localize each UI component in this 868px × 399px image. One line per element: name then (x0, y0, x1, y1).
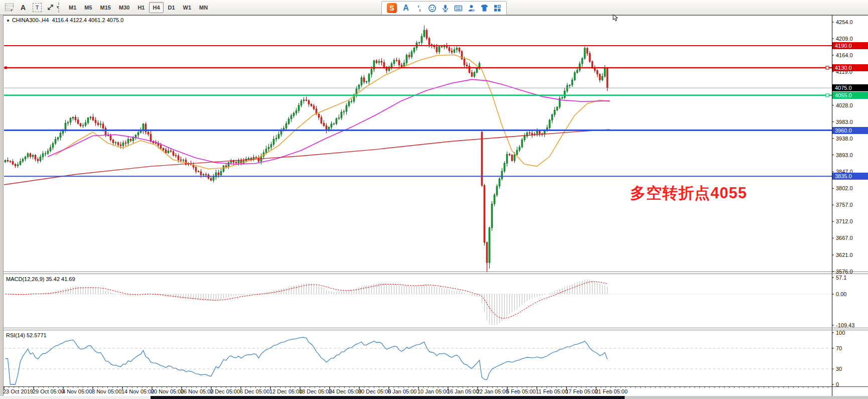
time-tick-label: 23 Oct 2019 (3, 388, 33, 394)
hline-handle[interactable] (826, 94, 829, 97)
rsi-panel (4, 337, 832, 384)
time-tick-label: 17 Feb 05:00 (565, 388, 598, 394)
chart-text-annotation[interactable]: 多空转折点4055 (630, 183, 747, 204)
time-tick-label: 30 Dec 05:00 (358, 388, 391, 394)
price-tag-4190.0[interactable]: 4190.0 (832, 42, 868, 49)
account-icon[interactable] (467, 4, 476, 13)
punctuation-icon[interactable]: ’, (414, 4, 423, 13)
emoji-icon[interactable] (427, 4, 437, 13)
price-tick-label: 4164.0 (836, 52, 853, 58)
taskbar-sliver-right (625, 396, 868, 399)
time-tick-label: 16 Jan 05:00 (447, 388, 479, 394)
chart-ohlc-readout: 4116.4 4122.4 4061.2 4075.0 (52, 17, 123, 23)
timeframe-button-mn[interactable]: MN (196, 2, 211, 13)
text-select-icon[interactable]: T (31, 2, 44, 13)
timeframe-button-h4[interactable]: H4 (149, 2, 163, 13)
macd-panel (4, 279, 832, 325)
candlestick-series (5, 26, 608, 272)
time-tick-label: 29 Oct 05:00 (33, 388, 64, 394)
ma-mid-magenta[interactable] (48, 79, 610, 164)
macd-indicator-label[interactable]: MACD(12,26,9) 35.42 41.69 (6, 276, 75, 282)
time-tick-label: 18 Dec 05:00 (299, 388, 332, 394)
sogou-logo-icon: S (387, 3, 397, 13)
skin-icon[interactable] (480, 4, 489, 13)
timeframe-button-h1[interactable]: H1 (134, 2, 148, 13)
template-f-icon[interactable]: F (3, 2, 16, 13)
time-tick-label: 6 Dec 05:00 (240, 388, 269, 394)
price-tick-label: 3667.0 (836, 235, 853, 241)
price-tag-4075.0[interactable]: 4075.0 (832, 84, 868, 91)
trading-app-window: { "toolbar": { "left_icons": [ {"name": … (0, 0, 868, 399)
time-tick-label: 24 Dec 05:00 (329, 388, 361, 394)
timeframe-button-w1[interactable]: W1 (180, 2, 195, 13)
hline-handle[interactable] (826, 66, 829, 69)
rsi-axis-label: 70 (836, 345, 842, 351)
timeframe-button-d1[interactable]: D1 (165, 2, 179, 13)
price-tick-label: 3893.0 (836, 152, 853, 158)
ma-fast-orange[interactable] (55, 55, 610, 169)
time-tick-label: 10 Jan 05:00 (417, 388, 450, 394)
price-tag-3960.0[interactable]: 3960.0 (832, 127, 868, 134)
price-tag-4055.0[interactable]: 4055.0 (832, 92, 868, 99)
chart-symbol-period: CHINA300-,H4 (12, 17, 49, 23)
taskbar-sliver-left (0, 396, 151, 399)
background-window-edge (0, 15, 4, 396)
time-tick-label: 20 Nov 05:00 (151, 388, 184, 394)
chevron-down-icon[interactable]: ▼ (6, 19, 10, 23)
rsi-axis-label: 100 (836, 330, 845, 336)
time-tick-label: 4 Nov 05:00 (62, 388, 92, 394)
time-tick-label: 22 Jan 05:00 (477, 388, 509, 394)
price-tick-label: 3621.0 (836, 252, 853, 258)
price-tick-label: 4209.0 (836, 36, 853, 42)
timeframe-button-m5[interactable]: M5 (81, 2, 95, 13)
text-label-icon[interactable]: A (17, 2, 30, 13)
time-tick-label: 5 Feb 05:00 (506, 388, 536, 394)
template-f-icon: F (5, 4, 14, 11)
toolbar-drag-handle[interactable] (58, 3, 63, 13)
taskbar-sliver-dark (151, 396, 625, 399)
text-select-icon: T (33, 3, 42, 12)
time-tick-label: 26 Nov 05:00 (181, 388, 213, 394)
timeframe-button-m1[interactable]: M1 (65, 2, 80, 13)
timeframe-button-group: M1M5M15M30H1H4D1W1MN (65, 2, 212, 13)
time-tick-label: 12 Dec 05:00 (269, 388, 302, 394)
price-tick-label: 3712.0 (836, 218, 853, 224)
timeframe-button-m15[interactable]: M15 (97, 2, 114, 13)
rsi-axis-label: 30 (836, 366, 842, 372)
mouse-cursor (613, 14, 619, 22)
chart-title[interactable]: ▼CHINA300-,H4 4116.4 4122.4 4061.2 4075.… (6, 17, 123, 23)
time-tick-label: 21 Feb 05:00 (595, 388, 628, 394)
microphone-icon[interactable] (441, 4, 450, 13)
time-tick-label: 2 Dec 05:00 (210, 388, 240, 394)
price-tick-label: 3983.0 (836, 119, 853, 125)
drawing-tools-group: FAT▼ (2, 0, 62, 15)
price-tag-4130.0[interactable]: 4130.0 (832, 64, 868, 71)
price-tag-3835.0[interactable]: 3835.0 (832, 173, 868, 180)
macd-axis-label: 0.00 (836, 291, 846, 297)
time-tick-label: 14 Nov 05:00 (121, 388, 154, 394)
price-tick-label: 4254.0 (836, 19, 853, 25)
price-tick-label: 3757.0 (836, 202, 853, 208)
time-tick-label: 8 Nov 05:00 (92, 388, 121, 394)
price-tick-label: 4028.0 (836, 102, 853, 108)
panel-splitter[interactable] (0, 272, 868, 274)
ime-toolbar: SA’, (381, 1, 507, 15)
keyboard-icon[interactable] (454, 4, 463, 13)
price-tick-label: 3802.0 (836, 185, 853, 191)
toolbox-icon[interactable] (493, 4, 502, 13)
time-tick-label: 11 Feb 05:00 (536, 388, 568, 394)
timeframe-button-m30[interactable]: M30 (115, 2, 133, 13)
price-tick-label: 3938.0 (836, 136, 853, 142)
sogou-logo-icon[interactable]: S (386, 4, 397, 13)
rsi-line (6, 337, 608, 384)
rsi-indicator-label[interactable]: RSI(14) 52.5771 (6, 332, 47, 338)
time-tick-label: 6 Jan 05:00 (388, 388, 417, 394)
letter-a-icon[interactable]: A (401, 4, 410, 13)
macd-axis-label: 57.1 (836, 275, 846, 281)
panel-splitter[interactable] (0, 328, 868, 330)
rsi-axis-label: 0 (836, 381, 839, 387)
